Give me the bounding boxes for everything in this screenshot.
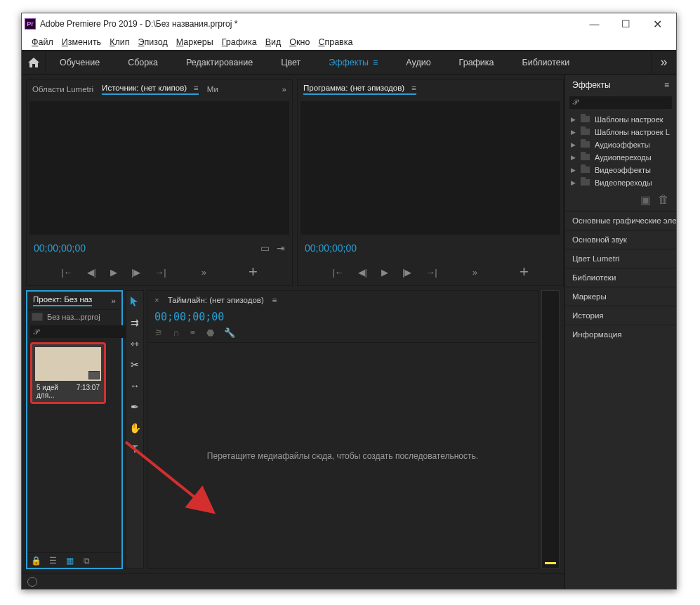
magnet-icon[interactable]: ∩: [173, 327, 179, 338]
audio-meter[interactable]: [541, 290, 560, 569]
settings-icon[interactable]: ⇥: [277, 242, 285, 254]
hand-tool[interactable]: ✋: [128, 422, 141, 434]
minimize-button[interactable]: —: [579, 13, 610, 34]
panel-essential-sound[interactable]: Основной звук: [565, 230, 676, 249]
clip-item[interactable]: 5 идей для... 7:13:07: [30, 342, 106, 404]
program-display[interactable]: [301, 101, 560, 235]
pen-tool[interactable]: ✒: [128, 401, 141, 413]
workspace-audio[interactable]: Аудио: [392, 50, 444, 75]
effects-folder[interactable]: ▶Аудиопереходы: [567, 151, 675, 164]
ripple-edit-tool[interactable]: ⇿: [128, 337, 141, 350]
home-button[interactable]: [22, 50, 46, 75]
menu-window[interactable]: Окно: [285, 36, 314, 48]
play-button[interactable]: ▶: [381, 267, 388, 278]
effects-folder[interactable]: ▶Шаблоны настроек: [567, 113, 675, 126]
add-button-editor[interactable]: +: [520, 263, 529, 281]
transport-overflow[interactable]: »: [202, 267, 206, 278]
panel-lumetri-color[interactable]: Цвет Lumetri: [565, 249, 676, 268]
menu-view[interactable]: Вид: [261, 36, 286, 48]
slip-tool[interactable]: ↔: [128, 379, 141, 392]
workspace-bar: Обучение Сборка Редактирование Цвет Эффе…: [22, 50, 676, 75]
source-display[interactable]: [29, 101, 289, 235]
effects-search-input[interactable]: [569, 96, 672, 109]
panel-markers[interactable]: Маркеры: [565, 287, 676, 306]
step-back-button[interactable]: ◀|: [358, 267, 367, 278]
effects-folder[interactable]: ▶Видеопереходы: [567, 176, 675, 189]
workspace-libraries[interactable]: Библиотеки: [508, 50, 584, 75]
tab-mi[interactable]: Ми: [207, 85, 218, 93]
wrench-icon[interactable]: 🔧: [224, 327, 235, 338]
effects-folder[interactable]: ▶Шаблоны настроек L: [567, 126, 675, 138]
icon-view-button[interactable]: ▦: [64, 555, 75, 566]
workspace-graphics[interactable]: Графика: [445, 50, 508, 75]
new-bin-icon[interactable]: ▣: [640, 193, 651, 207]
marker-icon[interactable]: ⬣: [206, 327, 214, 338]
effects-folder[interactable]: ▶Видеоэффекты: [567, 164, 675, 176]
freeform-view-button[interactable]: ⧉: [81, 555, 92, 566]
transport-overflow[interactable]: »: [473, 267, 477, 278]
tab-program[interactable]: Программа: (нет эпизодов)≡: [303, 84, 416, 95]
link-icon[interactable]: ⚭: [189, 327, 197, 338]
program-timecode[interactable]: 00;00;00;00: [305, 242, 357, 254]
project-items[interactable]: 5 идей для... 7:13:07: [27, 339, 121, 552]
panel-history[interactable]: История: [565, 306, 676, 325]
step-forward-button[interactable]: |▶: [131, 267, 140, 278]
effects-folder[interactable]: ▶Аудиоэффекты: [567, 138, 675, 151]
tabs-overflow-button[interactable]: »: [282, 85, 286, 93]
fit-icon[interactable]: ▭: [260, 242, 270, 254]
go-out-button[interactable]: →|: [425, 267, 437, 278]
tab-lumetri-scopes[interactable]: Области Lumetri: [32, 85, 93, 93]
workspace-overflow-button[interactable]: »: [651, 50, 676, 75]
project-search-input[interactable]: [30, 325, 133, 338]
menu-markers[interactable]: Маркеры: [172, 36, 218, 48]
close-tab-icon[interactable]: ×: [154, 296, 159, 304]
timeline-timecode[interactable]: 00;00;00;00: [154, 311, 538, 323]
menu-clip[interactable]: Клип: [105, 36, 133, 48]
panel-menu-icon[interactable]: ≡: [664, 80, 669, 90]
panel-essential-graphics[interactable]: Основные графические эле: [565, 211, 676, 230]
workspace-assembly[interactable]: Сборка: [114, 50, 172, 75]
play-button[interactable]: ▶: [110, 267, 117, 278]
type-tool[interactable]: T: [128, 443, 141, 455]
razor-tool[interactable]: ✂: [128, 358, 141, 371]
panel-info[interactable]: Информация: [565, 325, 676, 344]
panel-libraries[interactable]: Библиотеки: [565, 268, 676, 287]
menu-sequence[interactable]: Эпизод: [133, 36, 171, 48]
track-select-tool[interactable]: ⇉: [128, 316, 141, 329]
add-button-editor[interactable]: +: [249, 263, 258, 281]
go-in-button[interactable]: |←: [61, 267, 72, 278]
chevron-right-icon: ▶: [571, 116, 576, 123]
tab-project[interactable]: Проект: Без наз: [33, 295, 92, 306]
source-timecode[interactable]: 00;00;00;00: [34, 242, 86, 254]
timeline-drop-area[interactable]: Перетащите медиафайлы сюда, чтобы создат…: [147, 343, 538, 568]
tab-source[interactable]: Источник: (нет клипов)≡: [102, 84, 199, 95]
list-view-button[interactable]: ☰: [47, 555, 58, 566]
step-back-button[interactable]: ◀|: [87, 267, 96, 278]
workspace-effects[interactable]: Эффекты≡: [315, 50, 392, 75]
snap-icon[interactable]: ⚞: [154, 327, 163, 338]
chevron-right-icon: ▶: [571, 129, 576, 136]
menu-edit[interactable]: Изменить: [58, 36, 105, 48]
panel-menu-icon[interactable]: ≡: [272, 296, 277, 304]
close-button[interactable]: ✕: [642, 13, 673, 34]
timeline-panel: × Таймлайн: (нет эпизодов) ≡ 00;00;00;00…: [147, 290, 539, 569]
workspace-editing[interactable]: Редактирование: [172, 50, 267, 75]
panel-menu-icon[interactable]: ≡: [194, 84, 199, 92]
menu-help[interactable]: Справка: [314, 36, 357, 48]
clip-duration: 7:13:07: [77, 384, 100, 399]
trash-icon[interactable]: 🗑: [658, 193, 669, 207]
sync-icon[interactable]: [27, 577, 37, 587]
tabs-overflow-button[interactable]: »: [112, 297, 116, 305]
workspace-learning[interactable]: Обучение: [46, 50, 114, 75]
workspace-color[interactable]: Цвет: [267, 50, 315, 75]
menu-file[interactable]: Файл: [27, 36, 58, 48]
panel-menu-icon[interactable]: ≡: [411, 84, 416, 92]
go-in-button[interactable]: |←: [332, 267, 343, 278]
go-out-button[interactable]: →|: [154, 267, 166, 278]
project-icon: [32, 313, 43, 321]
lock-icon[interactable]: 🔒: [30, 555, 41, 566]
menu-graphics[interactable]: Графика: [218, 36, 261, 48]
step-forward-button[interactable]: |▶: [402, 267, 411, 278]
selection-tool[interactable]: [128, 295, 141, 308]
maximize-button[interactable]: ☐: [610, 13, 642, 34]
